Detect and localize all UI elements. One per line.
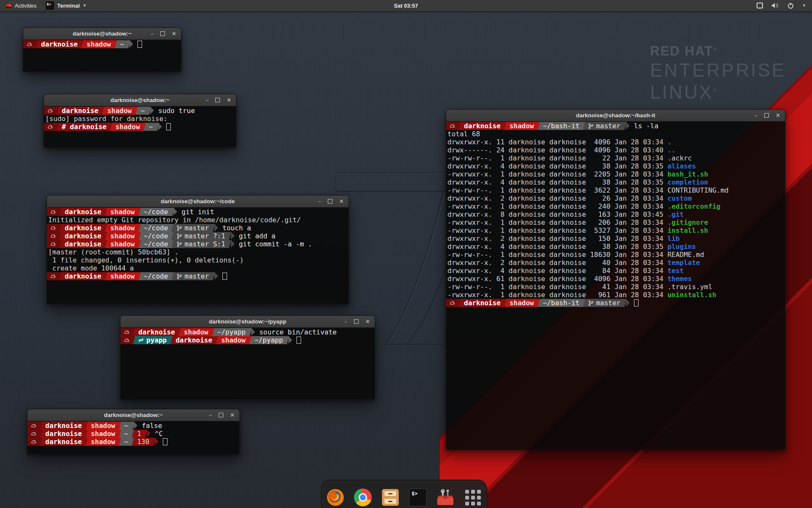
ls-row: -rwxrwxr-x. 1 darknoise darknoise 206 Ja… [446, 218, 785, 226]
window-titlebar[interactable]: darknoise@shadow:~–✕ [44, 94, 236, 106]
prompt-segment-host: shadow [112, 123, 144, 131]
minimize-button[interactable]: – [151, 31, 154, 36]
prompt-segment-text: master [596, 299, 620, 307]
logo-linux: LINUX [650, 82, 713, 102]
terminal-content[interactable]: darknoiseshadow~/codegit initInitialized… [47, 207, 348, 304]
maximize-button[interactable] [215, 98, 220, 102]
prompt-segment-host: shadow [84, 40, 115, 48]
window-titlebar[interactable]: darknoise@shadow:~–✕ [23, 28, 181, 40]
prompt-segment-host: shadow [88, 438, 119, 446]
close-button[interactable]: ✕ [339, 199, 344, 204]
prompt-arrow [288, 336, 292, 344]
prompt-segment-user: darknoise [62, 208, 105, 216]
prompt-segment-hat [121, 336, 133, 344]
prompt-segment-user: # darknoise [59, 123, 110, 131]
dock-item-terminal[interactable]: $> [409, 488, 427, 507]
clock[interactable]: Sat 03:57 [0, 3, 812, 9]
window-titlebar[interactable]: darknoise@shadow:~/pyapp–✕ [121, 316, 375, 328]
top-bar: Activities $> Terminal ▼ Sat 03:57 ▼ [0, 0, 812, 11]
terminal-output-line: create mode 100644 a [47, 264, 348, 272]
prompt-arrow [173, 208, 177, 215]
drawer [384, 491, 397, 497]
prompt-segment-text: darknoise [65, 208, 102, 216]
terminal-content[interactable]: darknoiseshadow~/bash-itmasterls -latota… [446, 121, 785, 450]
ls-row: drwxrwxr-x. 4 darknoise darknoise 38 Jan… [446, 178, 785, 186]
ls-filename: install.sh [667, 226, 708, 235]
minimize-button[interactable]: – [209, 412, 212, 418]
prompt-segment-hat [47, 208, 60, 216]
prompt-segment-text: shadow [115, 123, 140, 131]
minimize-button[interactable]: – [345, 319, 348, 324]
redhat-hat-icon [449, 124, 455, 129]
prompt-segment-user: darknoise [62, 232, 105, 240]
ls-row: -rwxrwxr-x. 1 darknoise darknoise 2205 J… [446, 170, 785, 178]
prompt-arrow [158, 123, 162, 130]
maximize-button[interactable] [764, 113, 769, 118]
dock-item-toolbox[interactable] [436, 488, 455, 507]
command-text: ^C [155, 430, 163, 438]
minimize-button[interactable]: – [755, 113, 758, 118]
ls-row: -rwxrwxr-x. 1 darknoise darknoise 961 Ja… [446, 291, 785, 299]
prompt-segment-host: shadow [107, 208, 139, 216]
chevron-down-icon[interactable]: ▼ [802, 3, 806, 8]
ls-row: drwxrwxr-x. 2 darknoise darknoise 40 Jan… [446, 259, 785, 267]
prompt-segment-host: shadow [107, 272, 139, 280]
terminal-prompt-line: darknoiseshadow~/pyappsource bin/activat… [121, 328, 375, 336]
prompt-segment-text: darknoise [41, 40, 78, 48]
app-grid-icon [465, 490, 481, 505]
prompt-segment-hat [44, 107, 57, 115]
dock-item-chrome[interactable] [354, 488, 372, 507]
terminal-content[interactable]: darknoiseshadow~/pyappsource bin/activat… [121, 328, 375, 399]
prompt-segment-host: shadow [107, 232, 139, 240]
prompt-segment-path: ~/code [141, 232, 172, 240]
terminal-output-line: 1 file changed, 0 insertions(+), 0 delet… [47, 256, 348, 264]
prompt-segment-text: ~/code [144, 240, 168, 248]
terminal-content[interactable]: darknoiseshadow~ [23, 40, 181, 72]
maximize-button[interactable] [328, 199, 332, 204]
prompt-segment-text: ~/code [144, 224, 168, 232]
prompt-segment-host: shadow [104, 107, 136, 115]
dock-item-files[interactable] [381, 488, 400, 507]
prompt-segment-user: darknoise [42, 438, 86, 446]
prompt-segment-path: ~/code [141, 272, 172, 280]
terminal-content[interactable]: darknoiseshadow~sudo true[sudo] password… [44, 106, 236, 147]
prompt-arrow [147, 430, 151, 437]
close-button[interactable]: ✕ [365, 319, 370, 324]
window-buttons: –✕ [209, 412, 239, 418]
window-titlebar[interactable]: darknoise@shadow:~–✕ [27, 409, 239, 421]
terminal-cursor [296, 337, 301, 344]
maximize-button[interactable] [354, 319, 359, 324]
window-icon[interactable] [757, 3, 763, 8]
prompt-segment-text: ~/bash-it [543, 299, 580, 307]
window-buttons: –✕ [345, 319, 375, 324]
volume-icon[interactable] [771, 3, 779, 8]
prompt-segment-host: shadow [107, 240, 139, 248]
maximize-button[interactable] [160, 31, 165, 36]
power-icon[interactable] [787, 3, 794, 9]
prompt-segment-hat [446, 122, 459, 130]
close-button[interactable]: ✕ [227, 97, 231, 103]
window-buttons: –✕ [755, 113, 785, 118]
prompt-segment-path: ~/code [141, 208, 172, 216]
terminal-content[interactable]: darknoiseshadow~falsedarknoiseshadow~1^C… [27, 421, 239, 454]
ls-filename: aliases [667, 162, 696, 170]
prompt-segment-text: 130 [137, 438, 149, 446]
window-titlebar[interactable]: darknoise@shadow:~/code–✕ [47, 196, 348, 207]
ls-row: -rw-rw-r--. 1 darknoise darknoise 3622 J… [446, 186, 785, 194]
window-titlebar[interactable]: darknoise@shadow:~/bash-it–✕ [446, 110, 785, 121]
prompt-segment-text: ~ [124, 422, 129, 430]
minimize-button[interactable]: – [318, 199, 321, 204]
maximize-button[interactable] [219, 413, 223, 417]
close-button[interactable]: ✕ [776, 113, 780, 118]
ls-filename: template [667, 259, 700, 267]
dock-item-firefox[interactable] [326, 488, 345, 507]
prompt-segment-git: master [174, 224, 213, 232]
minimize-button[interactable]: – [206, 97, 209, 103]
close-button[interactable]: ✕ [230, 412, 235, 418]
ls-filename: .git [667, 210, 684, 218]
terminal-cursor [163, 438, 167, 445]
redhat-hat-icon [30, 439, 36, 444]
dock-item-app-grid[interactable] [464, 488, 482, 507]
redhat-hat-icon [30, 423, 36, 428]
close-button[interactable]: ✕ [172, 31, 176, 36]
